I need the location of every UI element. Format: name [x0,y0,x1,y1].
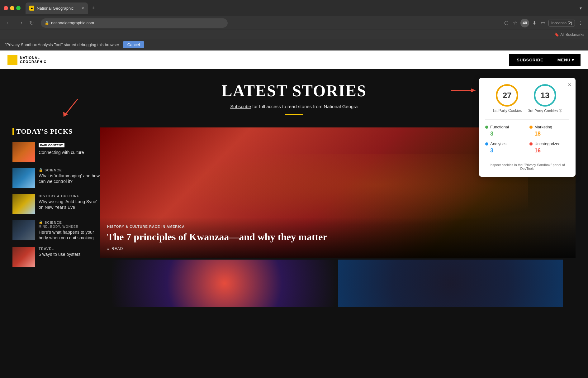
menu-button[interactable]: MENU ▾ [551,54,581,66]
hero-read-label[interactable]: ≡ READ [107,246,568,251]
bottom-image-2[interactable] [338,260,563,307]
panel-footer: Inspect cookies in the "Privacy Sandbox"… [485,159,569,170]
address-bar[interactable]: 🔒 nationalgeographic.com [41,18,228,28]
hero-overlay: HISTORY & CULTURE RACE IN AMERICA The 7 … [100,217,576,258]
incognito-button[interactable]: Incognito (2) [548,20,575,26]
svg-marker-1 [471,89,476,92]
title-bar: ■ National Geographic × + ▾ [0,0,588,16]
first-party-cookie-circle: 27 1st Party Cookies [492,84,522,113]
page-content: NATIONAL GEOGRAPHIC SUBSCRIBE MENU ▾ LAT… [0,50,588,378]
download-icon[interactable]: ⬇ [531,19,538,27]
annotation-arrow-right [451,87,476,95]
subscribe-link[interactable]: Subscribe [230,104,251,109]
story-title: What is 'inflammaging' and how can we co… [39,173,100,184]
marketing-stat: Marketing 18 [529,125,569,137]
story-category: TRAVEL [39,247,100,251]
analytics-dot [485,142,488,146]
bookmark-star-icon[interactable]: ☆ [512,19,519,27]
tab-title: National Geographic [37,6,79,11]
back-button[interactable]: ← [4,18,13,27]
natgeo-name: NATIONAL GEOGRAPHIC [20,56,46,64]
story-thumbnail [12,220,35,240]
refresh-button[interactable]: ↻ [27,18,36,28]
active-tab[interactable]: ■ National Geographic × [26,2,88,14]
panel-close-button[interactable]: × [568,82,571,88]
todays-picks-title: TODAY'S PICKS [16,127,73,136]
browser-frame: ■ National Geographic × + ▾ ← → ↻ 🔒 nati… [0,0,588,378]
uncategorized-value: 16 [529,147,569,154]
list-item[interactable]: TRAVEL 5 ways to use oysters [12,247,100,267]
info-icon: ⓘ [559,108,562,113]
analytics-stat: Analytics 3 [485,141,525,154]
uncategorized-label: Uncategorized [529,141,569,146]
functional-dot [485,126,488,129]
story-meta: TRAVEL 5 ways to use oysters [39,247,100,257]
traffic-lights [4,6,21,10]
yellow-divider [285,114,303,115]
list-item[interactable]: 🔒 SCIENCE MIND, BODY, WONDER Here's what… [12,220,100,241]
bottom-image-visual-2 [338,260,563,307]
story-title: Why we sing 'Auld Lang Syne' on New Year… [39,199,100,210]
story-meta: 🔒 SCIENCE MIND, BODY, WONDER Here's what… [39,220,100,241]
hero-title: The 7 principles of Kwanzaa—and why they… [107,231,568,243]
cookie-categories-grid: Functional 3 Marketing 18 Analyt [485,125,569,154]
tab-favicon: ■ [29,6,34,11]
story-thumbnail [12,194,35,214]
debug-message: "Privacy Sandbox Analysis Tool" started … [5,42,119,47]
subscribe-text-after: for full access to read stories from Nat… [252,104,358,109]
cookie-panel: × 27 1st Party Cookies 13 3rd Party Cook… [479,78,576,177]
natgeo-logo[interactable]: NATIONAL GEOGRAPHIC [7,55,46,65]
bookmark-icon: 🔖 [554,32,559,37]
analytics-value: 3 [485,147,525,154]
all-bookmarks-link[interactable]: 🔖 All Bookmarks [554,32,584,37]
cookie-divider [485,119,569,120]
analytics-label: Analytics [485,141,525,146]
natgeo-header: NATIONAL GEOGRAPHIC SUBSCRIBE MENU ▾ [0,50,588,69]
sidebar-icon[interactable]: ▭ [539,19,547,27]
fullscreen-window-button[interactable] [16,6,21,10]
uncategorized-stat: Uncategorized 16 [529,141,569,154]
story-subcategory: MIND, BODY, WONDER [39,225,100,228]
tab-bar: ■ National Geographic × + ▾ [26,2,584,14]
story-thumbnail [12,247,35,267]
marketing-label: Marketing [529,125,569,129]
new-tab-button[interactable]: + [89,4,97,13]
bottom-image-1[interactable] [112,260,337,307]
cast-icon[interactable]: ⬡ [503,19,510,27]
paid-badge: PAID CONTENT [39,143,64,147]
menu-chevron-icon: ▾ [572,58,574,62]
cancel-debug-button[interactable]: Cancel [123,41,144,48]
list-item[interactable]: PAID CONTENT Connecting with culture [12,142,100,162]
functional-stat: Functional 3 [485,125,525,137]
story-title: 5 ways to use oysters [39,251,100,257]
list-item[interactable]: 🔒 SCIENCE What is 'inflammaging' and how… [12,168,100,188]
tab-scroll-button[interactable]: ▾ [577,4,584,12]
arrow-down-left-svg [62,99,81,117]
more-options-icon[interactable]: ⋮ [577,19,584,27]
toolbar: ← → ↻ 🔒 nationalgeographic.com ⬡ ☆ 40 ⬇ … [0,16,588,30]
bottom-image-visual-1 [112,260,337,307]
tab-close-button[interactable]: × [82,6,84,10]
story-title: Here's what happens to your body when yo… [39,229,100,241]
profile-button[interactable]: 40 [520,19,529,27]
forward-button[interactable]: → [16,18,25,27]
list-item[interactable]: HISTORY & CULTURE Why we sing 'Auld Lang… [12,194,100,214]
close-window-button[interactable] [4,6,8,10]
story-category: 🔒 SCIENCE [39,220,100,224]
functional-label: Functional [485,125,525,129]
debug-bar: "Privacy Sandbox Analysis Tool" started … [0,39,588,50]
minimize-window-button[interactable] [10,6,14,10]
arrow-right-svg [451,87,476,93]
svg-line-2 [65,99,78,114]
list-icon: ≡ [107,246,110,251]
annotation-arrow-left [62,99,81,119]
security-icon: 🔒 [45,21,49,25]
story-meta: 🔒 SCIENCE What is 'inflammaging' and how… [39,168,100,184]
third-party-label: 3rd Party Cookies ⓘ [528,108,562,113]
story-category: 🔒 SCIENCE [39,168,100,172]
subscribe-button[interactable]: SUBSCRIBE [509,54,551,66]
todays-picks-panel: TODAY'S PICKS PAID CONTENT Connecting wi… [12,127,100,308]
lock-icon: 🔒 [39,220,43,224]
header-right: SUBSCRIBE MENU ▾ [509,54,581,66]
story-title: Connecting with culture [39,150,100,155]
